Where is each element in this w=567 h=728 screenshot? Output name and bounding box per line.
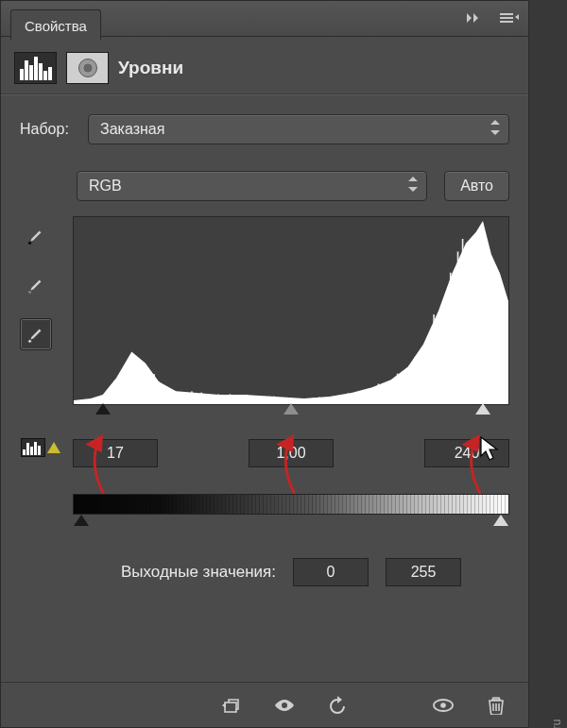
svg-rect-28 xyxy=(493,318,495,404)
input-slider-track[interactable] xyxy=(73,403,509,418)
panel-footer xyxy=(1,682,528,727)
svg-rect-121 xyxy=(397,374,399,404)
svg-rect-61 xyxy=(148,378,150,404)
svg-rect-51 xyxy=(451,303,453,404)
svg-rect-29 xyxy=(473,261,475,404)
clip-histogram-icon xyxy=(21,438,45,457)
preset-value: Заказная xyxy=(100,121,164,138)
svg-point-2 xyxy=(28,340,31,343)
svg-rect-102 xyxy=(116,381,118,404)
svg-rect-92 xyxy=(393,388,395,404)
svg-point-0 xyxy=(28,242,31,245)
channel-value: RGB xyxy=(89,178,122,195)
reset-icon[interactable] xyxy=(324,692,351,719)
svg-rect-46 xyxy=(384,390,386,404)
svg-rect-33 xyxy=(158,381,160,404)
watermark: tulip-art.livemaster.ru xyxy=(550,719,563,728)
eyedropper-white[interactable] xyxy=(20,318,52,350)
svg-rect-99 xyxy=(138,370,140,404)
svg-rect-37 xyxy=(465,291,467,404)
trash-icon[interactable] xyxy=(483,692,509,719)
eyedropper-black[interactable] xyxy=(20,220,52,252)
svg-rect-96 xyxy=(440,319,442,404)
properties-panel: Свойства Уровни Набор xyxy=(0,0,529,728)
svg-rect-89 xyxy=(505,297,507,404)
chevron-updown-icon xyxy=(490,120,501,139)
warning-icon xyxy=(47,442,60,453)
svg-rect-12 xyxy=(415,357,417,404)
collapse-icon[interactable] xyxy=(466,10,483,27)
svg-rect-48 xyxy=(490,311,491,404)
preset-label: Набор: xyxy=(20,121,77,138)
svg-rect-112 xyxy=(500,328,502,404)
svg-rect-87 xyxy=(479,301,481,404)
panel-header: Свойства xyxy=(1,1,528,37)
svg-rect-111 xyxy=(123,378,125,404)
view-previous-state-icon[interactable] xyxy=(430,692,456,719)
output-slider-track[interactable] xyxy=(73,515,509,530)
output-white-input[interactable]: 255 xyxy=(386,558,461,586)
svg-rect-15 xyxy=(413,373,415,404)
svg-rect-79 xyxy=(129,373,130,404)
output-white-handle[interactable] xyxy=(493,515,508,526)
adjustment-title-row: Уровни xyxy=(1,37,528,93)
white-point-handle[interactable] xyxy=(475,403,490,415)
clip-to-layer-icon[interactable] xyxy=(218,692,245,719)
preset-select[interactable]: Заказная xyxy=(88,114,509,144)
eyedropper-gray[interactable] xyxy=(20,269,52,301)
svg-rect-115 xyxy=(161,384,163,404)
levels-icon xyxy=(14,52,57,84)
channel-select[interactable]: RGB xyxy=(77,171,427,201)
svg-rect-93 xyxy=(153,374,155,404)
output-gradient xyxy=(73,494,509,515)
svg-rect-70 xyxy=(167,390,169,404)
svg-rect-24 xyxy=(126,368,128,404)
svg-rect-85 xyxy=(409,374,411,404)
output-black-handle[interactable] xyxy=(74,515,89,526)
adjustment-title: Уровни xyxy=(118,58,183,78)
svg-rect-52 xyxy=(141,362,143,404)
svg-rect-122 xyxy=(471,283,472,404)
black-point-handle[interactable] xyxy=(95,403,111,415)
svg-rect-90 xyxy=(108,390,110,404)
svg-rect-88 xyxy=(436,348,438,404)
output-label: Выходные значения: xyxy=(121,563,276,582)
auto-button[interactable]: Авто xyxy=(444,171,509,201)
svg-rect-74 xyxy=(146,368,148,404)
svg-rect-123 xyxy=(225,703,236,712)
mask-thumb[interactable] xyxy=(66,52,109,84)
svg-rect-36 xyxy=(433,314,435,404)
black-input[interactable]: 17 xyxy=(73,439,158,467)
svg-rect-32 xyxy=(450,273,452,404)
svg-rect-109 xyxy=(457,251,459,404)
svg-rect-49 xyxy=(378,383,380,404)
white-input[interactable]: 240 xyxy=(424,439,509,467)
histogram xyxy=(73,216,509,405)
gamma-handle[interactable] xyxy=(284,403,299,415)
svg-rect-7 xyxy=(462,239,464,404)
svg-rect-25 xyxy=(502,311,504,404)
panel-menu-icon[interactable] xyxy=(500,10,519,27)
svg-rect-77 xyxy=(444,323,446,404)
svg-point-125 xyxy=(440,703,446,708)
gamma-input[interactable]: 1,00 xyxy=(249,439,334,467)
svg-rect-91 xyxy=(476,277,478,404)
svg-rect-108 xyxy=(496,281,498,404)
svg-rect-66 xyxy=(446,302,448,404)
chevron-updown-icon xyxy=(407,177,419,195)
output-black-input[interactable]: 0 xyxy=(293,558,369,586)
svg-rect-59 xyxy=(191,391,193,404)
svg-rect-101 xyxy=(404,384,405,404)
svg-rect-105 xyxy=(454,300,455,404)
toggle-visibility-icon[interactable] xyxy=(271,692,298,719)
svg-point-1 xyxy=(28,291,31,294)
svg-rect-13 xyxy=(482,244,484,404)
svg-rect-114 xyxy=(113,381,115,404)
panel-tab-properties[interactable]: Свойства xyxy=(10,9,101,40)
